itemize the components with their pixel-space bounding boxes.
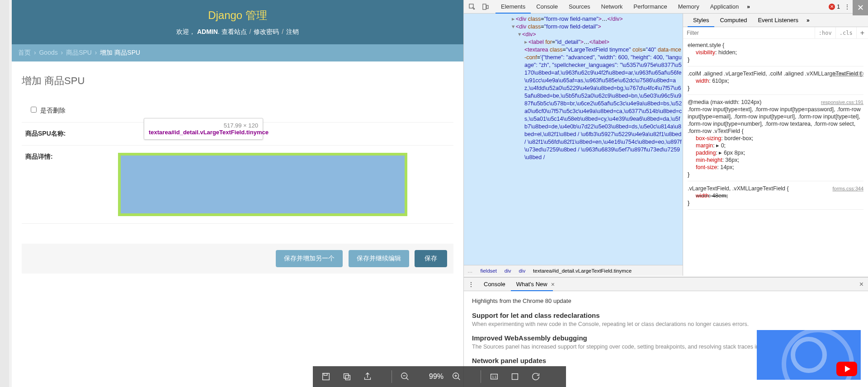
- save-continue-button[interactable]: 保存并继续编辑: [349, 250, 409, 267]
- devtools-close-button[interactable]: ✕: [853, 0, 868, 15]
- drawer-tab-close-icon[interactable]: ×: [551, 281, 555, 288]
- save-add-another-button[interactable]: 保存并增加另一个: [276, 250, 343, 267]
- error-count: 1: [837, 4, 840, 10]
- svg-text:1:1: 1:1: [492, 375, 496, 379]
- new-style-rule-icon[interactable]: +: [856, 27, 868, 39]
- tooltip-selector: textarea#id_detail.vLargeTextField.tinym…: [149, 129, 269, 136]
- window-icon[interactable]: [510, 372, 520, 382]
- tab-performance[interactable]: Performance: [628, 0, 672, 14]
- is-deleted-label: 是否删除: [40, 107, 66, 115]
- styles-tabs-more-icon[interactable]: »: [807, 17, 810, 24]
- view-site-link[interactable]: 查看站点: [222, 28, 247, 35]
- drawer-body: Highlights from the Chrome 80 update Sup…: [464, 291, 868, 377]
- stab-events[interactable]: Event Listeners: [752, 14, 804, 27]
- page-title: 增加 商品SPU: [22, 74, 453, 88]
- svg-rect-3: [345, 375, 350, 380]
- spu-name-label: 商品SPU名称:: [25, 130, 118, 138]
- drawer-tabbar: ⋮ Console What's New × ×: [464, 278, 868, 291]
- stab-computed[interactable]: Computed: [714, 14, 752, 27]
- svg-rect-1: [324, 373, 327, 376]
- save-icon[interactable]: [321, 372, 331, 382]
- dom-breadcrumb[interactable]: … fieldset div div textarea#id_detail.vL…: [464, 265, 683, 276]
- crumb-div2[interactable]: div: [519, 268, 525, 274]
- share-icon[interactable]: [363, 372, 373, 382]
- drawer-close-icon[interactable]: ×: [859, 280, 863, 288]
- logout-link[interactable]: 注销: [286, 28, 299, 35]
- change-password-link[interactable]: 修改密码: [254, 28, 279, 35]
- svg-rect-15: [483, 4, 486, 9]
- tab-sources[interactable]: Sources: [563, 0, 596, 14]
- styles-tabbar: Styles Computed Event Listeners »: [683, 14, 868, 27]
- save-button[interactable]: 保存: [415, 250, 447, 267]
- breadcrumb-goods[interactable]: Goods: [39, 49, 57, 56]
- copy-icon[interactable]: [342, 372, 352, 382]
- django-header: Django 管理 欢迎， ADMIN. 查看站点 / 修改密码 / 注销: [12, 0, 463, 44]
- devtools-tabbar: Elements Console Sources Network Perform…: [464, 0, 868, 14]
- device-toolbar-icon[interactable]: [482, 3, 489, 10]
- dom-tree[interactable]: ▸<div class="form-row field-name">…</div…: [464, 14, 683, 267]
- toolbar-separator-2: [481, 370, 481, 383]
- element-inspector-tooltip: 517.99 × 120 textarea#id_detail.vLargeTe…: [144, 118, 263, 140]
- tooltip-dims: 517.99 × 120: [224, 122, 258, 129]
- zoom-in-icon[interactable]: [452, 372, 462, 382]
- breadcrumb-spu[interactable]: 商品SPU: [66, 49, 92, 56]
- svg-rect-2: [344, 374, 349, 378]
- devtools-menu-icon[interactable]: ⋮: [844, 4, 850, 10]
- whatsnew-heading: Highlights from the Chrome 80 update: [472, 297, 860, 304]
- drawer-menu-icon[interactable]: ⋮: [468, 281, 474, 288]
- tab-network[interactable]: Network: [596, 0, 628, 14]
- zoom-level: 99%: [429, 373, 443, 381]
- tab-elements[interactable]: Elements: [495, 0, 531, 14]
- inspect-element-icon[interactable]: [468, 3, 476, 10]
- crumb-overflow[interactable]: …: [467, 268, 473, 274]
- is-deleted-checkbox[interactable]: [31, 107, 37, 113]
- elements-panel: ▸<div class="form-row field-name">…</div…: [464, 14, 683, 276]
- drawer-tab-whatsnew[interactable]: What's New: [511, 278, 553, 291]
- breadcrumb-current: 增加 商品SPU: [100, 49, 140, 56]
- styles-panel: Styles Computed Event Listeners » :hov .…: [683, 14, 868, 276]
- devtools-pane: ✕ Elements Console Sources Network Perfo…: [463, 0, 868, 387]
- crumb-div1[interactable]: div: [505, 268, 511, 274]
- detail-row: 商品详情:: [22, 146, 453, 224]
- screenshot-toolbar: 99% 1:1: [313, 366, 566, 387]
- devtools-main: ▸<div class="form-row field-name">…</div…: [464, 14, 868, 276]
- zoom-out-icon[interactable]: [400, 372, 410, 382]
- detail-label: 商品详情:: [25, 153, 118, 161]
- django-admin-pane: Django 管理 欢迎， ADMIN. 查看站点 / 修改密码 / 注销 首页…: [0, 0, 463, 387]
- left-host-scrollbar[interactable]: [0, 0, 9, 387]
- youtube-play-icon[interactable]: [836, 362, 857, 376]
- svg-rect-13: [512, 374, 518, 380]
- tab-application[interactable]: Application: [705, 0, 745, 14]
- refresh-icon[interactable]: [531, 372, 541, 382]
- crumb-textarea[interactable]: textarea#id_detail.vLargeTextField.tinym…: [533, 268, 632, 274]
- whatsnew-item-title: Support for let and class redeclarations: [472, 311, 860, 319]
- video-graphic-icon: [791, 337, 827, 373]
- django-content: Django 管理 欢迎， ADMIN. 查看站点 / 修改密码 / 注销 首页…: [12, 0, 463, 387]
- cls-toggle[interactable]: .cls: [835, 27, 856, 39]
- stab-styles[interactable]: Styles: [688, 14, 714, 27]
- tab-console[interactable]: Console: [531, 0, 563, 14]
- breadcrumb-home[interactable]: 首页: [18, 49, 31, 56]
- svg-line-8: [458, 378, 460, 380]
- breadcrumb: 首页 › Goods › 商品SPU › 增加 商品SPU: [12, 44, 463, 61]
- hov-toggle[interactable]: :hov: [815, 27, 835, 39]
- tabs-overflow-icon[interactable]: »: [747, 4, 750, 10]
- selected-textarea-node[interactable]: <textarea class="vLargeTextField tinymce…: [512, 46, 683, 161]
- crumb-fieldset[interactable]: fieldset: [480, 268, 496, 274]
- admin-username: ADMIN: [197, 28, 218, 35]
- styles-filter-input[interactable]: [683, 30, 815, 36]
- page-body: 增加 商品SPU 是否删除 商品SPU名称: 517.99 × 120 text…: [12, 61, 463, 286]
- user-bar: 欢迎， ADMIN. 查看站点 / 修改密码 / 注销: [12, 26, 463, 44]
- fit-icon[interactable]: 1:1: [489, 372, 499, 382]
- svg-rect-16: [486, 5, 488, 9]
- welcome-text: 欢迎，: [176, 28, 195, 35]
- styles-rules[interactable]: element.style {visibility: hidden;}forms…: [683, 39, 868, 216]
- spu-name-row: 商品SPU名称: 517.99 × 120 textarea#id_detail…: [22, 123, 453, 146]
- detail-textarea-highlight[interactable]: [118, 153, 407, 216]
- tab-memory[interactable]: Memory: [673, 0, 705, 14]
- toolbar-separator: [392, 370, 392, 383]
- styles-filter-row: :hov .cls +: [683, 27, 868, 39]
- drawer-tab-console[interactable]: Console: [478, 278, 511, 291]
- error-indicator[interactable]: ✕ 1: [829, 4, 840, 10]
- error-badge-icon: ✕: [829, 4, 835, 10]
